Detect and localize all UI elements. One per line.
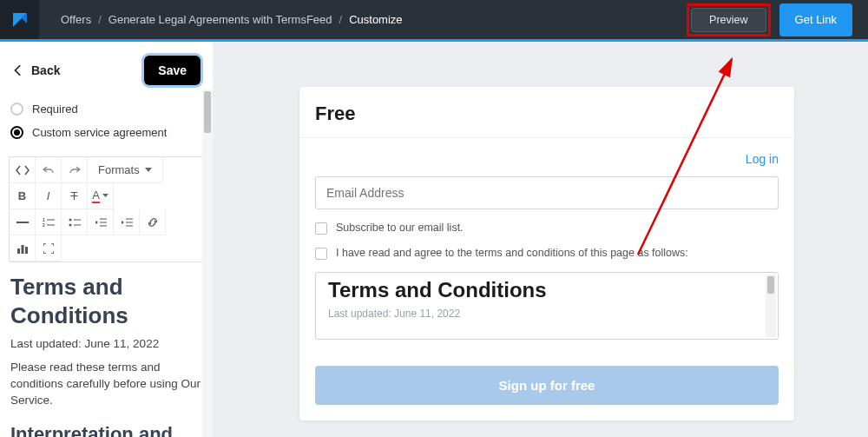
preview-canvas: Free Log in Subscribe to our email list.… [213,42,868,437]
link-button[interactable] [140,209,166,235]
subscribe-checkbox[interactable] [315,222,327,235]
save-button[interactable]: Save [144,56,201,85]
sidebar-scrollbar[interactable] [202,89,213,437]
doc-paragraph: Please read these terms and conditions c… [10,360,202,409]
signup-button[interactable]: Sign up for free [315,366,779,405]
terms-preview-box[interactable]: Terms and Conditions Last updated: June … [315,272,779,340]
preview-highlight-box: Preview [687,3,770,36]
terms-preview-heading: Terms and Conditions [328,278,766,302]
indent-button[interactable] [114,209,140,235]
sidebar: Back Save Required Custom service agreem… [0,42,213,437]
chart-button[interactable] [10,235,36,262]
back-button[interactable]: Back [12,63,60,77]
italic-button[interactable]: I [36,183,62,209]
radio-required[interactable]: Required [10,97,202,121]
breadcrumb-current: Customize [349,13,402,26]
terms-preview-sub: Last updated: June 11, 2022 [328,308,766,320]
doc-subheading: Interpretation and Definitions [10,423,202,437]
bold-button[interactable]: B [10,183,36,209]
radio-icon [10,126,23,139]
top-bar: Offers / Generate Legal Agreements with … [0,0,868,39]
login-link[interactable]: Log in [315,152,779,166]
svg-rect-17 [17,248,20,254]
back-label: Back [31,63,60,77]
unordered-list-button[interactable] [62,209,88,235]
chevron-down-icon [145,168,152,173]
agree-checkbox[interactable] [315,248,327,260]
rich-text-toolbar: Formats B I T A 12 [9,156,204,262]
formats-dropdown[interactable]: Formats [88,157,163,183]
strikethrough-button[interactable]: T [62,183,88,209]
svg-point-8 [69,223,71,226]
ordered-list-button[interactable]: 12 [36,209,62,235]
doc-heading: Terms and Conditions [10,273,202,329]
hr-button[interactable] [10,209,36,235]
redo-button[interactable] [62,157,88,183]
radio-label: Required [32,103,78,116]
svg-rect-18 [21,245,23,254]
logo[interactable] [0,0,39,39]
fullscreen-button[interactable] [36,235,62,262]
svg-point-7 [69,218,71,221]
card-title: Free [299,87,794,138]
arrow-left-icon [12,64,24,76]
email-field[interactable] [315,176,779,209]
terms-scrollbar[interactable] [766,275,776,337]
svg-rect-19 [25,247,28,254]
formats-label: Formats [98,163,140,176]
outdent-button[interactable] [88,209,114,235]
svg-text:2: 2 [43,222,45,228]
text-color-button[interactable]: A [88,183,114,209]
preview-button[interactable]: Preview [691,8,766,32]
subscribe-label: Subscribe to our email list. [336,222,464,234]
breadcrumb-sep: / [98,13,102,26]
radio-icon [10,103,23,116]
breadcrumb: Offers / Generate Legal Agreements with … [39,13,403,26]
breadcrumb-offers[interactable]: Offers [61,13,91,26]
breadcrumb-product[interactable]: Generate Legal Agreements with TermsFeed [108,13,332,26]
offer-card: Free Log in Subscribe to our email list.… [299,87,794,420]
breadcrumb-sep: / [339,13,343,26]
chevron-down-icon [102,194,108,198]
code-view-button[interactable] [10,157,36,183]
undo-button[interactable] [36,157,62,183]
doc-updated: Last updated: June 11, 2022 [10,336,202,353]
agree-label: I have read and agree to the terms and c… [336,247,688,259]
get-link-button[interactable]: Get Link [779,3,852,36]
radio-label: Custom service agreement [32,126,167,139]
radio-custom-service-agreement[interactable]: Custom service agreement [10,121,202,144]
editor-content[interactable]: Terms and Conditions Last updated: June … [0,262,213,437]
